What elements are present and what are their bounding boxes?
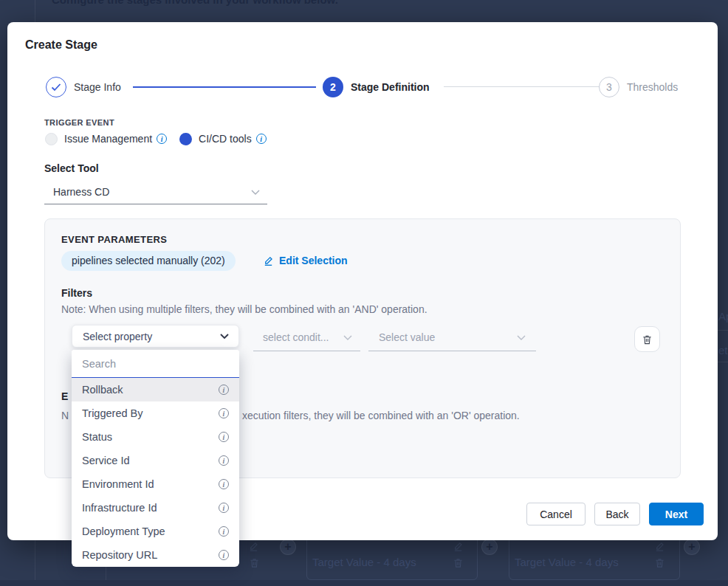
background-divider [35, 540, 35, 586]
background-heading: Configure the stages involved in your wo… [52, 0, 338, 6]
radio-cicd-tools[interactable] [179, 133, 192, 145]
background-text-fragment: Ap [718, 310, 728, 323]
stepper-connector [133, 86, 316, 88]
background-line [718, 362, 728, 362]
menu-item-rollback[interactable]: Rollback i [72, 378, 239, 401]
edit-icon [654, 541, 665, 552]
stepper: Stage Info 2 Stage Definition 3 Threshol… [7, 77, 718, 97]
menu-item-label: Rollback [82, 384, 123, 396]
value-select-placeholder: Select value [368, 331, 517, 343]
edit-selection-label: Edit Selection [279, 255, 348, 266]
radio-issue-management-label[interactable]: Issue Management [64, 133, 152, 145]
trigger-event-label: TRIGGER EVENT [44, 118, 114, 127]
add-stage-icon: + [481, 539, 498, 555]
chevron-down-icon [517, 335, 526, 340]
background-divider [35, 0, 35, 22]
menu-item-label: Infrastructure Id [82, 502, 157, 514]
chevron-down-icon [251, 190, 260, 195]
execution-filters-note-fragment: N [61, 410, 69, 421]
info-icon[interactable]: i [157, 134, 167, 144]
delete-filter-button[interactable] [634, 326, 660, 352]
execution-filters-heading-fragment: E [61, 390, 68, 402]
menu-item-status[interactable]: Status i [72, 425, 239, 449]
menu-item-deployment-type[interactable]: Deployment Type i [72, 520, 239, 543]
step-number-badge[interactable]: 3 [599, 77, 619, 97]
search-input[interactable] [72, 350, 239, 378]
check-icon [51, 83, 61, 92]
tool-select[interactable]: Harness CD [44, 180, 267, 204]
edit-icon [453, 541, 464, 552]
back-button[interactable]: Back [594, 503, 640, 525]
menu-item-label: Repository URL [82, 549, 157, 561]
chevron-down-icon [343, 335, 352, 340]
info-icon[interactable]: i [219, 385, 229, 395]
trash-icon [453, 557, 464, 568]
menu-item-environment-id[interactable]: Environment Id i [72, 472, 239, 496]
info-icon[interactable]: i [219, 526, 229, 537]
menu-item-label: Deployment Type [82, 525, 165, 537]
info-icon[interactable]: i [219, 408, 229, 418]
background-line [718, 330, 728, 331]
property-select[interactable]: Select property [72, 325, 239, 348]
value-select[interactable]: Select value [368, 324, 536, 351]
trash-icon [654, 557, 665, 568]
edit-icon [248, 541, 259, 552]
next-button[interactable]: Next [649, 503, 704, 525]
add-stage-icon: + [280, 539, 296, 555]
add-stage-icon: + [684, 539, 700, 555]
info-icon[interactable]: i [219, 479, 229, 489]
step-stage-definition-label[interactable]: Stage Definition [351, 77, 430, 97]
info-icon[interactable]: i [219, 503, 229, 513]
menu-item-label: Service Id [82, 455, 129, 466]
property-select-placeholder: Select property [72, 331, 220, 342]
create-stage-dialog: Create Stage Stage Info 2 Stage Definiti… [7, 22, 718, 540]
info-icon[interactable]: i [256, 134, 267, 144]
event-parameters-heading: EVENT PARAMETERS [61, 234, 167, 245]
radio-cicd-tools-label[interactable]: CI/CD tools [199, 133, 252, 145]
step-thresholds-label[interactable]: Thresholds [627, 77, 678, 97]
step-stage-info-label[interactable]: Stage Info [74, 77, 121, 97]
select-tool-label: Select Tool [44, 162, 99, 174]
info-icon[interactable]: i [219, 432, 229, 442]
edit-icon [263, 255, 274, 266]
selection-summary-pill: pipelines selected manually (202) [61, 251, 236, 271]
filters-note: Note: When using multiple filters, they … [61, 303, 427, 315]
condition-select-placeholder: select condit... [253, 331, 343, 343]
cancel-button[interactable]: Cancel [526, 503, 586, 525]
dialog-title: Create Stage [25, 38, 97, 52]
condition-select[interactable]: select condit... [253, 324, 360, 351]
step-complete-icon[interactable] [46, 77, 66, 97]
chevron-down-icon [220, 334, 229, 339]
stepper-connector [444, 86, 600, 87]
property-dropdown-menu: Rollback i Triggered By i Status i Servi… [72, 350, 239, 567]
background-band [0, 580, 728, 586]
info-icon[interactable]: i [219, 455, 229, 466]
trash-icon [642, 334, 653, 345]
filters-heading: Filters [61, 287, 92, 299]
execution-filters-note-fragment: xecution filters, they will be combined … [242, 410, 520, 421]
trash-icon [249, 557, 260, 568]
background-text-fragment: et [718, 344, 728, 356]
menu-item-infrastructure-id[interactable]: Infrastructure Id i [72, 496, 239, 520]
trigger-event-options: Issue Management i CI/CD tools i [45, 131, 267, 146]
step-number-badge[interactable]: 2 [323, 77, 343, 97]
menu-item-label: Status [82, 431, 112, 443]
menu-item-label: Triggered By [82, 407, 142, 419]
info-icon[interactable]: i [219, 550, 229, 560]
target-value-label: Target Value - 4 days [515, 556, 619, 568]
radio-issue-management[interactable] [45, 133, 58, 145]
menu-item-repository-url[interactable]: Repository URL i [72, 543, 239, 567]
menu-item-label: Environment Id [82, 478, 154, 490]
menu-item-service-id[interactable]: Service Id i [72, 449, 239, 472]
menu-item-triggered-by[interactable]: Triggered By i [72, 401, 239, 425]
edit-selection-link[interactable]: Edit Selection [263, 255, 348, 266]
target-value-label: Target Value - 4 days [312, 556, 416, 568]
tool-select-value: Harness CD [44, 186, 251, 198]
